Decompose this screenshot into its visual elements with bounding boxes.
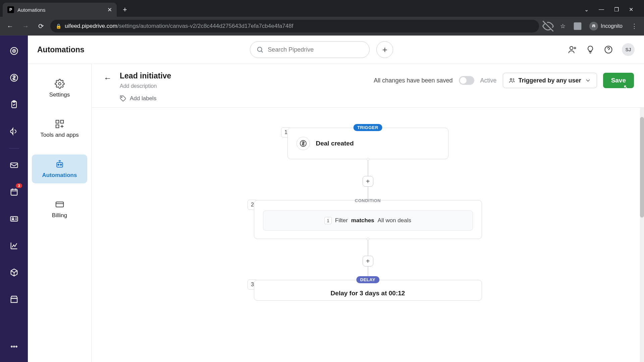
minimize-icon[interactable]: — [599, 6, 604, 13]
close-window-icon[interactable]: ✕ [629, 6, 633, 13]
window-controls: ⌄ — ❐ ✕ [584, 6, 641, 13]
scrollbar-thumb[interactable] [640, 117, 644, 218]
mail-icon[interactable] [9, 160, 19, 171]
editor-area: ← Lead initiative Add description Add la… [92, 64, 644, 362]
svg-rect-23 [56, 125, 59, 128]
svg-point-17 [258, 47, 262, 52]
robot-icon [55, 159, 65, 169]
icon-rail: 3 [0, 36, 28, 362]
sidebar-item-tools[interactable]: Tools and apps [32, 114, 87, 143]
add-user-icon[interactable] [568, 45, 577, 54]
svg-rect-27 [56, 202, 63, 207]
url-bar[interactable]: 🔒 uifeed.pipedrive.com/settings/automati… [50, 20, 539, 33]
app-bar: Automations + SJ [28, 36, 644, 64]
close-icon[interactable]: ✕ [107, 6, 112, 13]
badge-count: 3 [16, 183, 22, 188]
credit-card-icon [55, 199, 65, 209]
new-tab-button[interactable]: + [123, 5, 127, 14]
address-bar: ← → ⟳ 🔒 uifeed.pipedrive.com/settings/au… [0, 17, 644, 36]
target-icon[interactable] [9, 46, 19, 56]
sidebar-item-billing[interactable]: Billing [32, 195, 87, 224]
store-icon[interactable] [9, 294, 19, 305]
add-labels-button[interactable]: Add labels [120, 95, 368, 102]
rail-separator [9, 148, 19, 148]
delay-title: Delay for 3 days at 00:12 [263, 290, 473, 297]
svg-rect-1 [574, 22, 582, 30]
incognito-label: Incognito [601, 23, 623, 29]
delay-node[interactable]: DELAY Delay for 3 days at 00:12 [254, 280, 482, 301]
add-step-button[interactable]: + [363, 176, 373, 187]
megaphone-icon[interactable] [9, 126, 19, 137]
tab-search-icon[interactable]: ⌄ [584, 6, 589, 13]
menu-icon[interactable]: ⋮ [629, 20, 640, 32]
browser-chrome: P Automations ✕ + ⌄ — ❐ ✕ ← → ⟳ 🔒 uifeed… [0, 0, 644, 36]
back-button[interactable]: ← [102, 72, 114, 84]
chevron-down-icon [585, 77, 591, 84]
editor-header-right: All changes have been saved Active Trigg… [374, 73, 634, 88]
sidebar-item-label: Automations [42, 172, 77, 179]
svg-point-2 [592, 26, 593, 27]
favicon-icon: P [7, 6, 14, 13]
plus-button[interactable]: + [376, 41, 393, 58]
tag-icon [120, 95, 126, 102]
matches-label: matches [351, 217, 374, 224]
scrollbar-track[interactable] [640, 108, 644, 362]
clipboard-icon[interactable] [9, 99, 19, 110]
active-toggle[interactable] [459, 76, 474, 85]
automation-title[interactable]: Lead initiative [120, 71, 368, 80]
dollar-icon[interactable] [9, 72, 19, 83]
svg-point-28 [121, 97, 122, 98]
svg-point-3 [594, 26, 595, 27]
contact-card-icon[interactable] [9, 214, 19, 224]
canvas-wrap: 1 TRIGGER Deal created [92, 107, 644, 362]
filter-value: All won deals [378, 217, 411, 224]
dollar-circle-icon [297, 137, 310, 150]
browser-tab[interactable]: P Automations ✕ [3, 3, 117, 17]
star-icon[interactable]: ☆ [557, 20, 569, 32]
connector [368, 159, 368, 176]
svg-rect-22 [60, 120, 63, 123]
sidebar-item-automations[interactable]: Automations [32, 155, 87, 183]
main-column: Automations + SJ [28, 36, 644, 362]
reload-button[interactable]: ⟳ [35, 20, 47, 32]
main-body: Settings Tools and apps Automations [28, 64, 644, 362]
gear-icon [55, 79, 65, 89]
search-box[interactable] [250, 41, 370, 58]
svg-point-13 [12, 218, 14, 220]
help-icon[interactable] [604, 45, 613, 54]
sidebar-item-settings[interactable]: Settings [32, 74, 87, 103]
trigger-title: Deal created [316, 140, 354, 147]
chart-icon[interactable] [9, 240, 19, 251]
svg-point-20 [58, 82, 61, 85]
trigger-user-dropdown[interactable]: Triggered by any user [503, 73, 597, 88]
page-title: Automations [37, 45, 85, 54]
svg-rect-21 [56, 120, 59, 123]
svg-point-6 [13, 51, 14, 51]
back-button[interactable]: ← [4, 20, 16, 32]
add-labels-text: Add labels [130, 95, 156, 102]
calendar-icon[interactable]: 3 [9, 187, 19, 197]
filter-number: 1 [324, 217, 332, 224]
save-button[interactable]: Save ↖ [603, 73, 634, 88]
forward-button[interactable]: → [19, 20, 32, 32]
eye-off-icon[interactable] [542, 20, 554, 32]
active-label: Active [480, 77, 497, 84]
incognito-badge[interactable]: Incognito [587, 22, 625, 31]
search-input[interactable] [268, 46, 363, 53]
add-description-button[interactable]: Add description [120, 83, 368, 89]
toggle-knob [460, 77, 467, 84]
trigger-node[interactable]: TRIGGER Deal created [287, 128, 448, 159]
condition-node[interactable]: CONDITION 1 Filter matches All won deals [254, 200, 482, 239]
search-icon [256, 46, 264, 53]
avatar[interactable]: SJ [622, 43, 635, 56]
lock-icon: 🔒 [56, 23, 61, 29]
svg-point-18 [570, 47, 573, 50]
add-step-button[interactable]: + [363, 256, 373, 266]
maximize-icon[interactable]: ❐ [614, 6, 619, 13]
more-icon[interactable] [9, 341, 19, 352]
box-icon[interactable] [9, 267, 19, 278]
lightbulb-icon[interactable] [586, 45, 595, 54]
delay-tag: DELAY [356, 276, 379, 283]
svg-point-15 [13, 346, 15, 347]
extensions-icon[interactable] [572, 20, 583, 32]
